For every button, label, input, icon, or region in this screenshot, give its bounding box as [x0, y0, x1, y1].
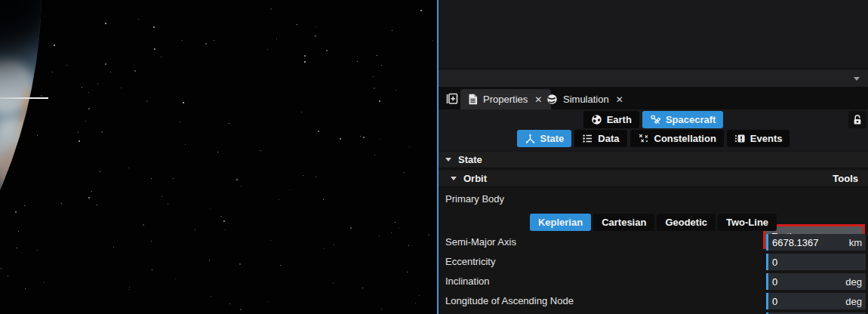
tab-spacecraft[interactable]: Spacecraft — [642, 111, 723, 128]
tab-state[interactable]: State — [517, 130, 572, 147]
app-window: Properties ✕ Simulation ✕ — [0, 0, 868, 314]
orbit-line — [0, 97, 48, 99]
tab-events[interactable]: Events — [727, 130, 790, 147]
representation-tabs: Keplerian Cartesian Geodetic Two-Line — [439, 214, 868, 231]
ascending-node-field[interactable]: deg — [766, 293, 866, 309]
collapse-icon[interactable] — [451, 177, 457, 180]
primary-body-label: Primary Body — [445, 193, 504, 205]
panel-tabstrip: Properties ✕ Simulation ✕ — [439, 88, 868, 109]
tab-two-line[interactable]: Two-Line — [718, 214, 777, 231]
section-title: State — [458, 154, 482, 165]
properties-panel: Properties ✕ Simulation ✕ — [439, 0, 868, 314]
panel-toolbar: Earth Spacecraft — [439, 109, 868, 151]
field-row: Inclination deg — [439, 273, 868, 290]
tab-earth[interactable]: Earth — [583, 111, 639, 128]
field-row: Semi-Major Axis km — [439, 234, 868, 251]
tools-button[interactable]: Tools — [833, 173, 858, 184]
cloud-blob — [0, 59, 34, 113]
add-panel-icon — [445, 91, 459, 106]
inclination-input[interactable] — [772, 276, 842, 288]
landmass-blob — [0, 146, 32, 195]
tab-label: Constellation — [654, 133, 716, 144]
ascending-node-input[interactable] — [772, 296, 842, 307]
tab-label: Spacecraft — [666, 114, 716, 125]
field-row: Eccentricity — [439, 254, 868, 270]
inclination-field[interactable]: deg — [766, 273, 866, 290]
eccentricity-field[interactable] — [766, 254, 866, 270]
document-icon — [468, 94, 478, 105]
tab-label: Simulation — [563, 94, 609, 105]
3d-viewport[interactable] — [0, 0, 437, 314]
constellation-icon — [638, 133, 650, 144]
field-unit: deg — [845, 296, 862, 307]
field-label: Semi-Major Axis — [445, 234, 516, 251]
semi-major-axis-input[interactable] — [772, 237, 846, 248]
cloud-blob — [0, 187, 32, 242]
satellite-icon — [650, 114, 661, 125]
section-header-state[interactable]: State — [439, 152, 868, 168]
panel-topbar — [439, 69, 868, 88]
tab-constellation[interactable]: Constellation — [630, 130, 724, 147]
tab-label: Earth — [607, 114, 632, 125]
category-tabs-row: State Data — [439, 130, 868, 147]
field-label: Inclination — [445, 273, 490, 290]
tab-label: State — [540, 133, 565, 144]
section-header-orbit[interactable]: Orbit Tools — [439, 171, 868, 187]
chevron-down-icon[interactable] — [854, 77, 860, 81]
collapse-icon[interactable] — [445, 158, 451, 162]
lock-open-icon — [852, 114, 863, 125]
tab-label: Events — [750, 133, 783, 144]
list-icon — [582, 133, 593, 144]
eccentricity-input[interactable] — [772, 257, 859, 268]
add-tab-button[interactable] — [445, 91, 459, 106]
primary-body-row: Primary Body Earth — [439, 189, 868, 210]
tab-simulation[interactable]: Simulation ✕ — [539, 89, 633, 109]
object-tabs-row: Earth Spacecraft — [439, 111, 868, 128]
field-unit: km — [849, 237, 862, 248]
tab-cartesian[interactable]: Cartesian — [593, 214, 654, 231]
field-label: Eccentricity — [445, 254, 495, 270]
tab-label: Properties — [483, 94, 528, 105]
field-unit: deg — [845, 276, 862, 288]
semi-major-axis-field[interactable]: km — [766, 234, 866, 251]
night-shadow — [0, 0, 42, 63]
earth-globe — [0, 0, 42, 314]
tab-label: Data — [598, 133, 619, 144]
axes-icon — [525, 133, 536, 144]
field-row: Longitude of Ascending Node deg — [439, 293, 868, 309]
tab-properties[interactable]: Properties ✕ — [460, 89, 551, 109]
tab-geodetic[interactable]: Geodetic — [657, 214, 716, 231]
terminator-glow — [19, 88, 37, 207]
tab-keplerian[interactable]: Keplerian — [530, 214, 591, 231]
events-icon — [734, 133, 746, 144]
tab-data[interactable]: Data — [574, 130, 626, 147]
close-icon[interactable]: ✕ — [614, 94, 625, 105]
field-label: Longitude of Ascending Node — [445, 293, 574, 309]
section-title: Orbit — [463, 173, 487, 184]
state-content: State Orbit Tools Primary Body Earth Kep… — [439, 151, 868, 314]
planet-icon — [546, 94, 558, 105]
night-shadow — [0, 195, 42, 314]
globe-icon — [591, 114, 602, 125]
lock-button[interactable] — [848, 111, 866, 128]
